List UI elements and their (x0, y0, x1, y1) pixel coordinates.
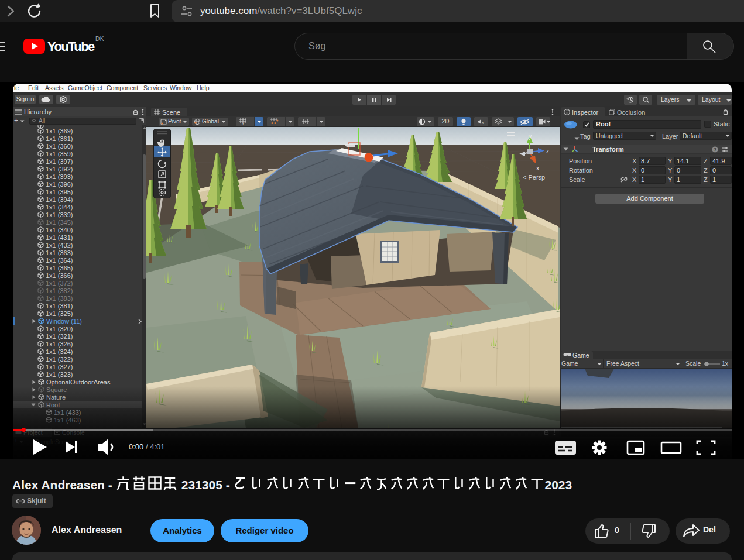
svg-text:< Persp: < Persp (523, 174, 545, 181)
svg-text:x: x (536, 165, 539, 171)
svg-text:y: y (529, 133, 532, 140)
svg-text:?: ? (714, 147, 716, 152)
svg-text:z: z (546, 148, 549, 154)
svg-text:x: x (482, 121, 484, 125)
svg-text:Y: Y (242, 122, 245, 125)
